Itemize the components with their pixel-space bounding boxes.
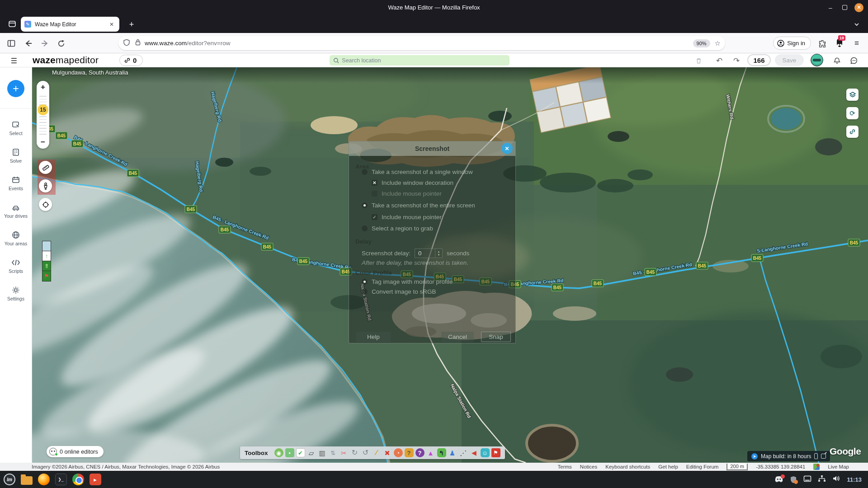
checkbox-icon[interactable]: ✕ xyxy=(372,180,377,186)
radio-icon[interactable] xyxy=(362,289,368,295)
street-view-button[interactable] xyxy=(39,179,52,192)
permalink-chip[interactable]: 0 xyxy=(119,55,143,66)
terminal-app-icon[interactable]: ❯_ xyxy=(55,474,67,486)
sidebar-item-solve[interactable]: Solve xyxy=(10,148,22,164)
toolbox-roundabout-icon[interactable]: ↻ xyxy=(350,448,359,457)
external-link-icon[interactable] xyxy=(821,454,826,459)
media-app-icon[interactable]: ▸ xyxy=(89,474,101,486)
toolbox-megaphone-icon[interactable]: ◀ xyxy=(470,448,479,457)
permalink-button[interactable] xyxy=(846,126,859,138)
help-button[interactable]: Help xyxy=(356,332,391,342)
toolbox-bar[interactable]: Toolbox ◉ ▪ ✔ ▱ ▥ ⇅ ✂ ↻ ↺ ∕ ✖ ◔ ? ? ▲ ↰ … xyxy=(240,446,505,459)
search-input[interactable] xyxy=(342,57,506,64)
firefox-app-icon[interactable] xyxy=(38,474,50,486)
snap-button[interactable]: Snap xyxy=(481,332,511,342)
tab-waze-map-editor[interactable]: ✎ Waze Map Editor ✕ xyxy=(21,17,119,32)
zoom-level-badge[interactable]: 15 xyxy=(38,104,48,115)
measure-tool-button[interactable] xyxy=(39,161,52,174)
sidebar-item-settings[interactable]: Settings xyxy=(7,286,24,301)
dialog-titlebar[interactable]: Screenshot ✕ xyxy=(349,141,515,156)
toolbox-split-icon[interactable]: ⇅ xyxy=(329,448,338,457)
radio-single-window[interactable]: Take a screenshot of a single window xyxy=(362,169,473,175)
delay-spinbox[interactable]: 0 ▲▼ xyxy=(415,249,443,258)
toolbox-scissors-icon[interactable]: ✂ xyxy=(340,448,349,457)
toolbox-lock-icon[interactable]: ▪ xyxy=(285,448,294,457)
back-icon[interactable] xyxy=(22,37,35,50)
zoom-in-button[interactable]: + xyxy=(37,82,49,93)
sidebar-toggle-icon[interactable] xyxy=(5,37,18,50)
geolocate-button[interactable] xyxy=(39,198,52,211)
online-editors-chip[interactable]: 0 online editors xyxy=(47,446,104,457)
toolbox-power-icon[interactable]: ◉ xyxy=(274,448,283,457)
bookmark-star-icon[interactable]: ☆ xyxy=(715,39,721,47)
chat-icon[interactable] xyxy=(848,55,860,66)
map-canvas[interactable]: B45 - Langhorne Creek Rd B45 - Langhorne… xyxy=(32,67,868,463)
toolbox-clock-icon[interactable]: ◔ xyxy=(394,448,403,457)
notifications-bell-icon[interactable] xyxy=(831,55,843,66)
reload-icon[interactable] xyxy=(54,37,68,50)
save-button[interactable]: Save xyxy=(775,54,804,66)
checkbox-mouse-pointer-2[interactable]: ✓ Include mouse pointer xyxy=(372,214,442,221)
map-build-chip[interactable]: ➤ Map build: in 8 hours xyxy=(747,451,830,461)
radio-tag-profile[interactable]: Tag image with monitor profile xyxy=(362,278,453,285)
trash-icon[interactable] xyxy=(693,55,704,66)
zoom-control[interactable]: + 15 − xyxy=(37,81,49,149)
people-icon[interactable]: ⚑ xyxy=(42,271,51,281)
close-button[interactable]: ✕ xyxy=(854,3,863,12)
firefox-view-icon[interactable] xyxy=(6,18,18,30)
avatar[interactable] xyxy=(811,54,823,66)
list-tabs-icon[interactable] xyxy=(851,19,863,30)
sidebar-item-select[interactable]: Select xyxy=(9,120,22,136)
sidebar-item-your-drives[interactable]: Your drives xyxy=(4,203,28,219)
radio-entire-screen[interactable]: Take a screenshot of the entire screen xyxy=(362,202,475,209)
files-app-icon[interactable] xyxy=(20,474,33,486)
toolbox-copy-icon[interactable]: ▥ xyxy=(318,448,327,457)
extensions-puzzle-icon[interactable] xyxy=(816,37,829,50)
toolbox-delete-icon[interactable]: ✖ xyxy=(383,448,392,457)
checkbox-window-decoration[interactable]: ✕ Include window decoration xyxy=(372,179,453,186)
menu-hamburger-icon[interactable]: ≡ xyxy=(850,37,863,50)
maximize-button[interactable] xyxy=(842,5,847,10)
undo-icon[interactable]: ↶ xyxy=(713,55,725,66)
forward-icon[interactable] xyxy=(38,37,52,50)
new-tab-button[interactable]: + xyxy=(126,19,137,30)
layers-button[interactable] xyxy=(846,89,859,101)
dialog-close-icon[interactable]: ✕ xyxy=(501,143,513,154)
toolbox-question-diamond-icon[interactable]: ? xyxy=(405,448,414,457)
browser-zoom-badge[interactable]: 90% xyxy=(693,39,710,47)
toolbox-check-icon[interactable]: ✔ xyxy=(296,448,305,457)
toolbox-waze-chat-icon[interactable]: ☺ xyxy=(481,448,490,457)
toolbox-pin-icon[interactable]: ♟ xyxy=(448,448,457,457)
toolbox-roundabout2-icon[interactable]: ↺ xyxy=(361,448,370,457)
tab-close-icon[interactable]: ✕ xyxy=(108,20,116,28)
sidebar-item-events[interactable]: Events xyxy=(9,175,23,191)
notices-link[interactable]: Notices xyxy=(580,464,597,469)
toolbox-slash-icon[interactable]: ⋰ xyxy=(459,448,468,457)
redo-icon[interactable]: ↷ xyxy=(731,55,742,66)
chrome-app-icon[interactable] xyxy=(72,474,84,486)
spinbox-arrows[interactable]: ▲▼ xyxy=(435,249,442,258)
edit-count-badge[interactable]: 166 xyxy=(747,54,771,66)
sidebar-item-your-areas[interactable]: Your areas xyxy=(5,230,27,246)
lock-icon[interactable] xyxy=(135,39,141,47)
minimize-button[interactable]: – xyxy=(826,3,835,12)
radio-icon[interactable] xyxy=(362,225,368,231)
sidebar-item-scripts[interactable]: Scripts xyxy=(9,258,23,274)
toolbox-broom-icon[interactable]: ∕ xyxy=(372,448,381,457)
window-tray-icon[interactable] xyxy=(803,475,811,484)
zoom-up-arrow-icon[interactable]: ↑ xyxy=(42,251,51,261)
radio-select-region[interactable]: Select a region to grab xyxy=(362,225,433,232)
get-help-link[interactable]: Get help xyxy=(658,464,678,469)
phone-icon[interactable] xyxy=(814,453,818,459)
clock[interactable]: 11:13 xyxy=(847,476,862,483)
script-widget[interactable]: ↑ ⇑ ⚑ xyxy=(42,241,51,282)
checkbox-mouse-pointer-1[interactable]: Include mouse pointer xyxy=(372,190,442,197)
refresh-map-button[interactable]: ⟳ xyxy=(846,107,859,119)
toolbox-waze-flag-icon[interactable]: ⚑ xyxy=(491,448,500,457)
cancel-button[interactable]: Cancel xyxy=(441,332,474,342)
double-up-arrow-icon[interactable]: ⇑ xyxy=(42,261,51,271)
keyboard-shortcuts-link[interactable]: Keyboard shortcuts xyxy=(605,464,650,469)
radio-convert-srgb[interactable]: Convert image to sRGB xyxy=(362,288,436,295)
search-bar[interactable] xyxy=(330,55,509,66)
app-menu-icon[interactable]: lm xyxy=(4,474,15,485)
